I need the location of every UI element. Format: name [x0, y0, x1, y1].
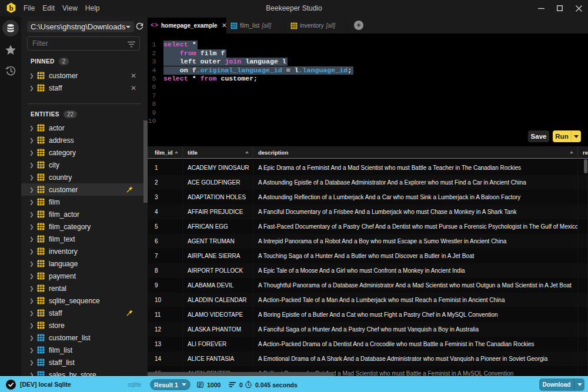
svg-text:b: b — [9, 4, 13, 12]
